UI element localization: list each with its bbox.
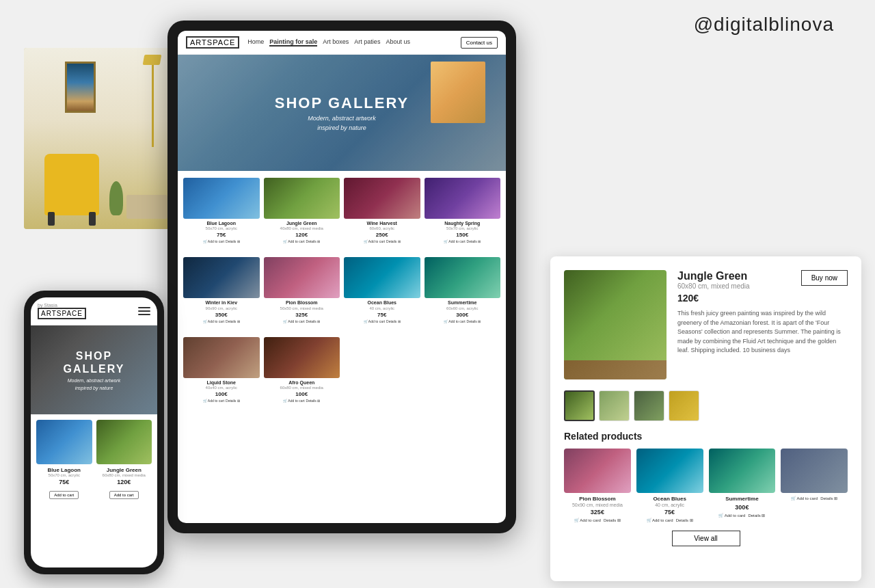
related-product-size: 50x90 cm, mixed media <box>564 503 631 507</box>
product-actions: 🛒 Add to cart Details ⊞ <box>183 399 260 403</box>
related-product-image <box>636 449 703 493</box>
details-link[interactable]: Details ⊞ <box>467 319 481 323</box>
add-to-cart-button[interactable]: 🛒 Add to card <box>791 496 818 500</box>
details-link[interactable]: Details ⊞ <box>604 518 621 522</box>
details-link[interactable]: Details ⊞ <box>306 399 321 403</box>
product-price: 75€ <box>183 232 260 238</box>
detail-product-section: Buy now Jungle Green 60x80 cm, mixed med… <box>564 270 848 379</box>
add-to-cart-button[interactable]: Add to cart <box>109 491 139 499</box>
thumbnail-1[interactable] <box>564 390 595 421</box>
nav-boxes[interactable]: Art boxes <box>323 38 349 46</box>
add-to-cart-button[interactable]: 🛒 Add to card <box>718 513 745 518</box>
details-link[interactable]: Details ⊞ <box>748 513 765 518</box>
product-name: Winter in Kiev <box>183 300 260 306</box>
add-to-cart-button[interactable]: Add to cart <box>49 491 79 499</box>
product-price: 250€ <box>344 232 420 238</box>
mobile-by-text: by Stasia <box>38 303 57 308</box>
hamburger-line <box>138 310 150 312</box>
product-actions: 🛒 Add to cart Details ⊞ <box>183 319 260 323</box>
product-price: 150€ <box>425 232 501 238</box>
product-actions: 🛒 Add to cart Details ⊞ <box>425 319 501 323</box>
mobile-product-grid: Blue Lagoon 50x70 cm, acrylic 75€ Add to… <box>31 414 157 505</box>
add-to-cart-button[interactable]: 🛒 Add to cart <box>364 239 385 243</box>
related-product-name: Ocean Blues <box>636 496 703 503</box>
add-to-cart-button[interactable]: 🛒 Add to cart <box>203 319 224 323</box>
related-product-actions: 🛒 Add to card Details ⊞ <box>781 496 848 500</box>
add-to-cart-button[interactable]: 🛒 Add to cart <box>444 319 465 323</box>
product-image <box>264 337 340 378</box>
related-product-price: 75€ <box>636 509 703 516</box>
thumbnail-4[interactable] <box>669 390 699 421</box>
product-size: 60x80 cm, mixed media <box>264 386 340 390</box>
product-actions: 🛒 Add to cart Details ⊞ <box>425 239 501 243</box>
related-product-price: 325€ <box>564 509 631 516</box>
product-image <box>183 257 260 298</box>
add-to-cart-button[interactable]: 🛒 Add to cart <box>283 319 304 323</box>
view-all-button[interactable]: View all <box>672 531 740 546</box>
table-row: Naughty Spring 50x70 cm, acrylic 150€ 🛒 … <box>425 178 501 243</box>
details-link[interactable]: Details ⊞ <box>306 319 321 323</box>
add-to-cart-button[interactable]: 🛒 Add to cart <box>364 319 385 323</box>
add-to-cart-button[interactable]: 🛒 Add to cart <box>203 399 224 403</box>
table-row: Blue Lagoon 50x70 cm, acrylic 75€ 🛒 Add … <box>183 178 260 243</box>
nav-paties[interactable]: Art paties <box>354 38 380 46</box>
details-link[interactable]: Details ⊞ <box>226 319 240 323</box>
product-size: 40x80 cm, mixed media <box>264 226 340 230</box>
product-image <box>96 420 152 464</box>
product-size: 60x60, acrylic <box>344 226 420 230</box>
related-product-actions: 🛒 Add to card Details ⊞ <box>636 518 703 522</box>
tablet-logo: ARTSPACE <box>186 36 239 49</box>
related-product-actions: 🛒 Add to card Details ⊞ <box>564 518 631 522</box>
product-actions: 🛒 Add to cart Details ⊞ <box>264 319 340 323</box>
product-actions: 🛒 Add to cart Details ⊞ <box>264 239 340 243</box>
nav-about[interactable]: About us <box>386 38 410 46</box>
related-products-title: Related products <box>564 431 848 442</box>
add-to-cart-button[interactable]: 🛒 Add to cart <box>283 239 304 243</box>
product-price: 100€ <box>183 391 260 397</box>
contact-button[interactable]: Contact us <box>461 37 498 49</box>
details-link[interactable]: Details ⊞ <box>820 496 837 500</box>
product-size: 50x70 cm, acrylic <box>183 226 260 230</box>
related-product-price: 300€ <box>709 504 776 511</box>
table-row: Winter in Kiev 90x90 cm, acrylic 350€ 🛒 … <box>183 257 260 323</box>
table-row: Ocean Blues 40 cm, acrylic 75€ 🛒 Add to … <box>344 257 420 323</box>
product-name: Jungle Green <box>96 467 152 473</box>
details-link[interactable]: Details ⊞ <box>226 399 240 403</box>
list-item: Ocean Blues 40 cm, acrylic 75€ 🛒 Add to … <box>636 449 703 522</box>
room-table <box>126 195 167 219</box>
nav-home[interactable]: Home <box>247 38 264 46</box>
details-link[interactable]: Details ⊞ <box>306 239 321 243</box>
mobile-hero: SHOPGALLERY Modern, abstract artwork ins… <box>31 325 157 414</box>
thumbnail-3[interactable] <box>634 390 664 421</box>
room-painting <box>65 62 96 113</box>
details-link[interactable]: Details ⊞ <box>386 239 401 243</box>
add-to-cart-button[interactable]: 🛒 Add to card <box>647 518 673 522</box>
add-to-cart-button[interactable]: 🛒 Add to cart <box>283 399 304 403</box>
product-image <box>36 420 92 464</box>
add-to-cart-button[interactable]: 🛒 Add to card <box>574 518 601 522</box>
add-to-cart-button[interactable]: 🛒 Add to cart <box>444 239 465 243</box>
add-to-cart-button[interactable]: 🛒 Add to cart <box>203 239 224 243</box>
product-price: 75€ <box>36 479 92 485</box>
product-name: Liquid Stone <box>183 380 260 386</box>
nav-painting[interactable]: Painting for sale <box>269 38 317 46</box>
product-price: 350€ <box>183 312 260 318</box>
product-size: 50x50 cm, mixed media <box>264 306 340 310</box>
details-link[interactable]: Details ⊞ <box>676 518 693 522</box>
product-price: 120€ <box>264 232 340 238</box>
product-size: 90x90 cm, acrylic <box>183 306 260 310</box>
product-size: 60x60 cm, acrylic <box>425 306 501 310</box>
details-link[interactable]: Details ⊞ <box>386 319 401 323</box>
hamburger-menu[interactable] <box>138 307 150 315</box>
list-item: Jungle Green 60x80 cm, mixed media 120€ … <box>96 420 152 499</box>
buy-now-button[interactable]: Buy now <box>801 270 848 286</box>
related-product-name: Pion Blossom <box>564 496 631 503</box>
table-row: Summertime 60x60 cm, acrylic 300€ 🛒 Add … <box>425 257 501 323</box>
yellow-chair <box>44 154 99 215</box>
social-handle: @digitalblinova <box>694 14 834 36</box>
details-link[interactable]: Details ⊞ <box>467 239 481 243</box>
details-link[interactable]: Details ⊞ <box>226 239 240 243</box>
product-actions: 🛒 Add to cart Details ⊞ <box>183 239 260 243</box>
thumbnail-2[interactable] <box>599 390 630 421</box>
tablet-nav-links: Home Painting for sale Art boxes Art pat… <box>247 38 410 46</box>
